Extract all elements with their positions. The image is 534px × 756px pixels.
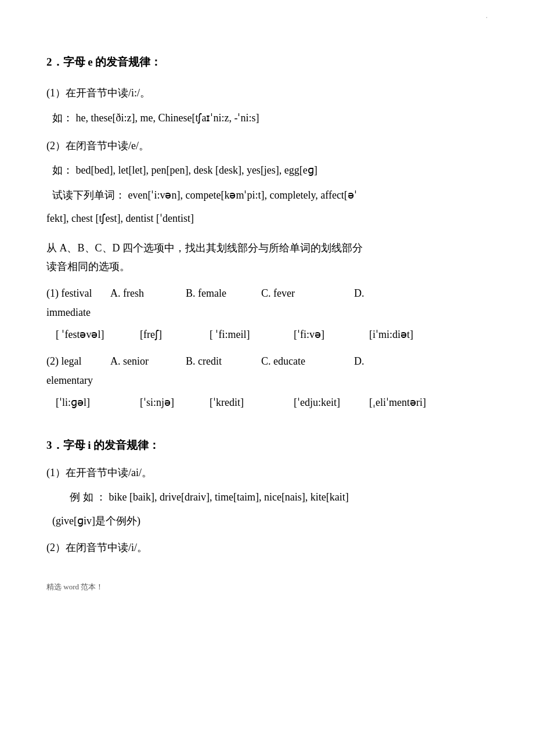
rule1-example-text: he, these[ði:z], me, Chinese[tʃaɪˈni:z, … bbox=[76, 112, 259, 124]
q1-phon-c: [ˈfi:və] bbox=[294, 325, 369, 344]
section3: 3．字母 i 的发音规律： (1）在开音节中读/ai/。 例 如 ： bike … bbox=[46, 435, 488, 557]
q2-phon-num: [ˈli:ɡəl] bbox=[56, 393, 140, 412]
rule1-example: 如： he, these[ði:z], me, Chinese[tʃaɪˈni:… bbox=[46, 109, 488, 127]
section2-title: 2．字母 e 的发音规律： bbox=[46, 52, 488, 72]
trial-prefix: 试读下列单词： bbox=[52, 189, 125, 201]
instruction-line2: 读音相同的选项。 bbox=[46, 257, 488, 276]
q1-wrap: immediate bbox=[46, 303, 488, 322]
s3-rule1-note: (give[ɡiv]是个例外) bbox=[46, 512, 488, 530]
rule1-label: (1）在开音节中读/i:/。 bbox=[46, 84, 488, 102]
s3-rule2-label: (2）在闭音节中读/i/。 bbox=[46, 538, 488, 557]
instruction: 从 A、B、C、D 四个选项中，找出其划线部分与所给单词的划线部分 读音相同的选… bbox=[46, 239, 488, 276]
q2-num: (2) legal bbox=[46, 352, 110, 370]
rule2-label: (2）在闭音节中读/e/。 bbox=[46, 136, 488, 155]
footer-text: 精选 word 范本！ bbox=[46, 580, 488, 593]
q2-phon-c: [ˈedju:keit] bbox=[294, 393, 369, 412]
s3-example-text: bike [baik], drive[draiv], time[taim], n… bbox=[109, 491, 349, 503]
q2-phon-d: [ˌeliˈmentəri] bbox=[369, 393, 445, 412]
s3-rule1-example: 例 如 ： bike [baik], drive[draiv], time[ta… bbox=[46, 488, 488, 506]
q2-optA: A. senior bbox=[110, 352, 186, 370]
q1-phon-num: [ ˈfestəvəl] bbox=[56, 325, 140, 344]
page-dot: · bbox=[486, 12, 488, 24]
rule2-example: 如： bed[bed], let[let], pen[pen], desk [d… bbox=[46, 161, 488, 179]
q2-optD: D. bbox=[354, 352, 365, 370]
q2-phon-b: [ˈkredit] bbox=[210, 393, 294, 412]
rule2-example-prefix: 如： bbox=[52, 164, 73, 176]
q1-phonetics: [ ˈfestəvəl] [freʃ] [ ˈfi:meil] [ˈfi:və]… bbox=[46, 325, 488, 344]
q1-phon-b: [ ˈfi:meil] bbox=[210, 325, 294, 344]
question2-row: (2) legal A. senior B. credit C. educate… bbox=[46, 352, 488, 370]
trial-text1: even[ˈi:vən], compete[kəmˈpi:t], complet… bbox=[128, 189, 357, 201]
rule1-example-prefix: 如： bbox=[52, 112, 73, 124]
s3-example-prefix: 例 如 ： bbox=[70, 491, 106, 503]
q2-optB: B. credit bbox=[186, 352, 261, 370]
rule2-example-text: bed[bed], let[let], pen[pen], desk [desk… bbox=[76, 164, 317, 176]
q2-optC: C. educate bbox=[261, 352, 354, 370]
trial-line2: fekt], chest [tʃest], dentist [ˈdentist] bbox=[46, 209, 488, 228]
section3-title: 3．字母 i 的发音规律： bbox=[46, 435, 488, 455]
q2-phon-a: [ˈsi:njə] bbox=[140, 393, 210, 412]
section2: 2．字母 e 的发音规律： (1）在开音节中读/i:/。 如： he, thes… bbox=[46, 52, 488, 412]
question1-row: (1) festival A. fresh B. female C. fever… bbox=[46, 284, 488, 303]
trial-line1: 试读下列单词： even[ˈi:vən], compete[kəmˈpi:t],… bbox=[46, 186, 488, 204]
q2-phonetics: [ˈli:ɡəl] [ˈsi:njə] [ˈkredit] [ˈedju:kei… bbox=[46, 393, 488, 412]
q1-phon-d: [iˈmi:diət] bbox=[369, 325, 445, 344]
s3-rule1-label: (1）在开音节中读/ai/。 bbox=[46, 463, 488, 482]
q2-wrap: elementary bbox=[46, 371, 488, 390]
trial-text2: fekt], chest [tʃest], dentist [ˈdentist] bbox=[46, 213, 194, 224]
q1-optD: D. bbox=[354, 284, 365, 303]
instruction-line1: 从 A、B、C、D 四个选项中，找出其划线部分与所给单词的划线部分 bbox=[46, 239, 488, 257]
q1-optA: A. fresh bbox=[110, 284, 186, 303]
q1-wrap-word: immediate bbox=[46, 307, 91, 318]
q2-wrap-word: elementary bbox=[46, 375, 93, 386]
q1-optC: C. fever bbox=[261, 284, 354, 303]
q1-num: (1) festival bbox=[46, 284, 110, 303]
q1-phon-a: [freʃ] bbox=[140, 325, 210, 344]
q1-optB: B. female bbox=[186, 284, 261, 303]
